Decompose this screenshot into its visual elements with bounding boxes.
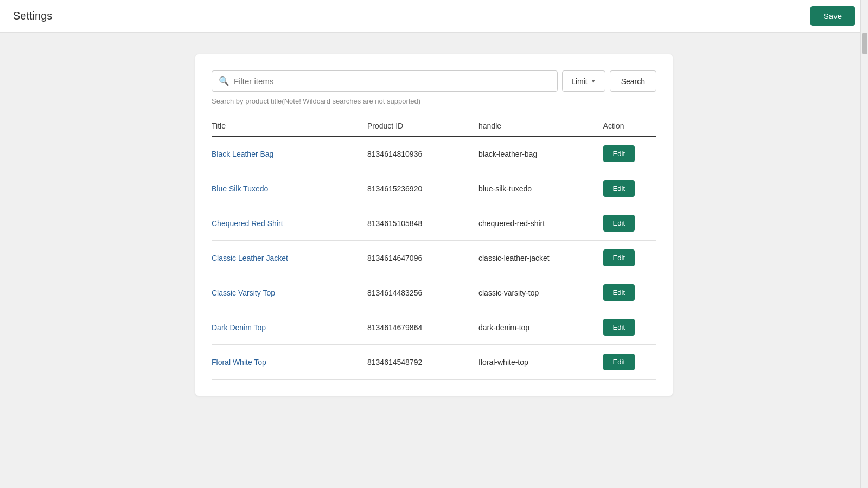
cell-product-id: 8134614548792 — [367, 345, 478, 380]
table-row: Blue Silk Tuxedo8134615236920blue-silk-t… — [212, 171, 656, 206]
cell-product-id: 8134615236920 — [367, 171, 478, 206]
cell-handle: classic-varsity-top — [478, 275, 603, 310]
cell-title: Floral White Top — [212, 345, 367, 380]
app-header: Settings Save — [0, 0, 868, 33]
col-header-title: Title — [212, 116, 367, 136]
limit-label: Limit — [571, 77, 588, 86]
cell-action: Edit — [603, 171, 656, 206]
col-header-action: Action — [603, 116, 656, 136]
search-icon: 🔍 — [219, 76, 229, 86]
scrollbar-thumb[interactable] — [862, 33, 867, 54]
cell-title: Dark Denim Top — [212, 310, 367, 345]
edit-button-5[interactable]: Edit — [603, 319, 635, 336]
cell-product-id: 8134615105848 — [367, 206, 478, 241]
col-header-product-id: Product ID — [367, 116, 478, 136]
filter-input-wrapper: 🔍 — [212, 70, 558, 92]
edit-button-0[interactable]: Edit — [603, 145, 635, 162]
cell-action: Edit — [603, 241, 656, 275]
edit-button-6[interactable]: Edit — [603, 354, 635, 370]
cell-action: Edit — [603, 345, 656, 380]
cell-action: Edit — [603, 206, 656, 241]
edit-button-2[interactable]: Edit — [603, 215, 635, 232]
cell-action: Edit — [603, 136, 656, 171]
cell-handle: classic-leather-jacket — [478, 241, 603, 275]
scrollbar-track — [860, 0, 868, 488]
cell-handle: black-leather-bag — [478, 136, 603, 171]
search-hint: Search by product title(Note! Wildcard s… — [212, 97, 656, 105]
page-title: Settings — [13, 10, 52, 22]
product-card: 🔍 Limit ▼ Search Search by product title… — [195, 54, 673, 396]
cell-product-id: 8134614679864 — [367, 310, 478, 345]
table-header-row: Title Product ID handle Action — [212, 116, 656, 136]
edit-button-4[interactable]: Edit — [603, 284, 635, 301]
products-table: Title Product ID handle Action Black Lea… — [212, 116, 656, 380]
cell-product-id: 8134614647096 — [367, 241, 478, 275]
limit-button[interactable]: Limit ▼ — [562, 70, 605, 92]
cell-product-id: 8134614810936 — [367, 136, 478, 171]
edit-button-3[interactable]: Edit — [603, 249, 635, 266]
search-bar: 🔍 Limit ▼ Search — [212, 70, 656, 92]
col-header-handle: handle — [478, 116, 603, 136]
cell-title: Blue Silk Tuxedo — [212, 171, 367, 206]
cell-action: Edit — [603, 275, 656, 310]
cell-handle: dark-denim-top — [478, 310, 603, 345]
table-row: Dark Denim Top8134614679864dark-denim-to… — [212, 310, 656, 345]
cell-handle: blue-silk-tuxedo — [478, 171, 603, 206]
table-row: Classic Leather Jacket8134614647096class… — [212, 241, 656, 275]
cell-handle: chequered-red-shirt — [478, 206, 603, 241]
main-content: 🔍 Limit ▼ Search Search by product title… — [0, 33, 868, 418]
table-row: Chequered Red Shirt8134615105848chequere… — [212, 206, 656, 241]
cell-title: Chequered Red Shirt — [212, 206, 367, 241]
save-button[interactable]: Save — [810, 6, 855, 26]
table-row: Floral White Top8134614548792floral-whit… — [212, 345, 656, 380]
chevron-down-icon: ▼ — [591, 78, 596, 84]
cell-action: Edit — [603, 310, 656, 345]
search-button[interactable]: Search — [610, 70, 656, 92]
cell-title: Black Leather Bag — [212, 136, 367, 171]
cell-handle: floral-white-top — [478, 345, 603, 380]
table-row: Black Leather Bag8134614810936black-leat… — [212, 136, 656, 171]
cell-title: Classic Leather Jacket — [212, 241, 367, 275]
cell-product-id: 8134614483256 — [367, 275, 478, 310]
table-row: Classic Varsity Top8134614483256classic-… — [212, 275, 656, 310]
edit-button-1[interactable]: Edit — [603, 180, 635, 197]
filter-input[interactable] — [234, 71, 551, 91]
cell-title: Classic Varsity Top — [212, 275, 367, 310]
